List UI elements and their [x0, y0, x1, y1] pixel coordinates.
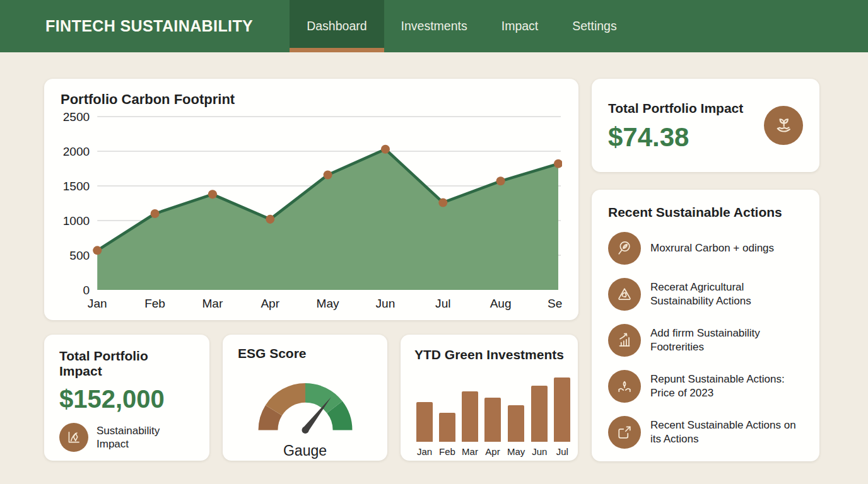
bar-label: May — [507, 446, 525, 457]
share-arrow-icon — [608, 416, 641, 449]
chart-leaf-icon — [59, 423, 88, 452]
svg-text:2500: 2500 — [63, 110, 90, 124]
bar — [439, 413, 455, 442]
kpi-row: Total Portfolio Impact $152,000 Sustaina… — [44, 335, 578, 461]
left-column: Portfolio Carbon Footprint 0500100015002… — [44, 79, 578, 461]
ytd-investments-title: YTD Green Investments — [414, 347, 564, 362]
ytd-investments-bar-chart: JanFebMarAprMayJunJul — [414, 377, 564, 457]
bar — [508, 405, 524, 442]
bar-column-feb: Feb — [439, 413, 455, 457]
tab-dashboard[interactable]: Dashboard — [290, 0, 384, 52]
bar — [554, 377, 570, 442]
carbon-footprint-area-chart: 05001000150020002500JanFebMarAprMayJunJu… — [61, 109, 562, 313]
recent-actions-list: Moxrural Carbon + odings Recerat Agricul… — [608, 232, 803, 449]
esg-score-title: ESG Score — [238, 346, 307, 361]
recent-actions-title: Recent Sustainable Actions — [608, 205, 803, 220]
svg-text:Mar: Mar — [202, 297, 223, 310]
portfolio-impact-title: Total Portfolio Impact — [59, 349, 194, 379]
svg-text:Apr: Apr — [261, 297, 279, 310]
gauge-label: Gauge — [283, 442, 327, 459]
svg-text:Jul: Jul — [435, 297, 450, 310]
sustainable-action-item[interactable]: Recerat Agricultural Sustainability Acti… — [608, 278, 803, 311]
svg-text:500: 500 — [69, 249, 90, 262]
dashboard-content: Portfolio Carbon Footprint 0500100015002… — [0, 52, 868, 461]
ytd-investments-card: YTD Green Investments JanFebMarAprMayJun… — [401, 335, 578, 461]
carbon-footprint-title: Portfolio Carbon Footprint — [61, 91, 562, 108]
recent-actions-card: Recent Sustainable Actions Moxrural Carb… — [592, 190, 819, 461]
bar-label: Mar — [462, 446, 478, 457]
bar-column-mar: Mar — [462, 391, 478, 457]
carbon-footprint-card: Portfolio Carbon Footprint 0500100015002… — [44, 79, 578, 320]
bar-label: Jan — [417, 446, 432, 457]
sustainability-impact-row: Sustainability Impact — [59, 423, 194, 452]
leaf-magnifier-icon — [608, 232, 641, 265]
svg-text:Jan: Jan — [88, 297, 107, 310]
svg-text:1500: 1500 — [63, 180, 90, 193]
svg-text:Feb: Feb — [144, 297, 165, 310]
bar-label: Apr — [485, 446, 500, 457]
svg-text:0: 0 — [83, 284, 90, 297]
bar-column-apr: Apr — [484, 398, 501, 457]
bar-label: Jun — [532, 446, 547, 457]
tab-impact[interactable]: Impact — [484, 0, 556, 52]
bar-column-may: May — [507, 405, 525, 457]
hands-holding-plant-icon — [608, 370, 641, 403]
hand-holding-sprout-icon — [764, 106, 803, 145]
bar-label: Feb — [439, 446, 455, 457]
total-impact-card: Total Portfolio Impact $74.38 — [592, 79, 819, 172]
right-column: Total Portfolio Impact $74.38 Recent Sus… — [592, 79, 819, 461]
sustainable-action-item[interactable]: Moxrural Carbon + odings — [608, 232, 803, 265]
portfolio-impact-card: Total Portfolio Impact $152,000 Sustaina… — [44, 335, 209, 461]
esg-score-card: ESG Score Gauge — [223, 335, 387, 461]
recycle-triangle-icon — [608, 278, 641, 311]
sustainable-action-item[interactable]: Recent Sustainable Actions on its Action… — [608, 416, 803, 449]
bar-column-jun: Jun — [531, 386, 548, 457]
app-title: FINTECH SUSTAINABILITY — [45, 17, 253, 35]
bar — [531, 386, 548, 442]
bar-label: Jul — [556, 446, 568, 457]
nav-tabs: DashboardInvestmentsImpactSettings — [290, 0, 634, 52]
portfolio-impact-value: $152,000 — [59, 386, 194, 412]
svg-text:Aug: Aug — [490, 297, 512, 310]
svg-text:Jun: Jun — [376, 297, 396, 310]
growth-chart-icon — [608, 324, 641, 357]
total-impact-title: Total Portfolio Impact — [608, 101, 743, 116]
svg-text:May: May — [317, 297, 339, 310]
top-nav: FINTECH SUSTAINABILITY DashboardInvestme… — [0, 0, 868, 52]
total-impact-value: $74.38 — [608, 124, 743, 151]
sustainable-action-item[interactable]: Repunt Sustainable Actions: Price of 202… — [608, 370, 803, 403]
svg-text:Sep: Sep — [548, 297, 562, 310]
bar-column-jul: Jul — [554, 377, 570, 457]
bar — [484, 398, 501, 442]
svg-text:1000: 1000 — [63, 214, 90, 228]
tab-investments[interactable]: Investments — [384, 0, 484, 52]
sustainability-impact-label: Sustainability Impact — [97, 424, 172, 451]
sustainable-action-item[interactable]: Add firrm Sustainability Footrerities — [608, 324, 803, 357]
svg-text:2000: 2000 — [63, 145, 90, 158]
tab-settings[interactable]: Settings — [555, 0, 633, 52]
total-impact-text: Total Portfolio Impact $74.38 — [608, 101, 743, 151]
bar — [416, 402, 433, 442]
bar — [462, 391, 478, 442]
bar-column-jan: Jan — [416, 402, 433, 457]
esg-gauge-chart — [240, 366, 370, 441]
